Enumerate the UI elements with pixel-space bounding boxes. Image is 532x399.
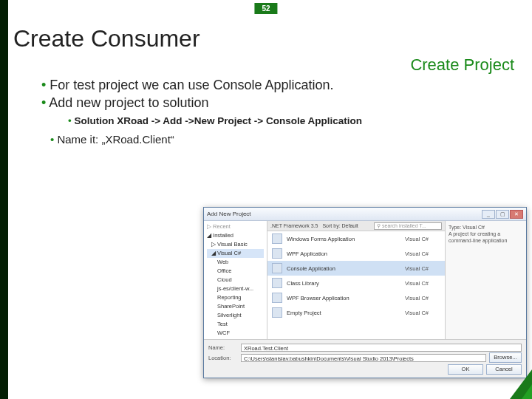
tree-cloud[interactable]: Cloud (207, 276, 264, 284)
wpf-icon (272, 248, 282, 259)
minimize-button[interactable]: _ (482, 210, 495, 219)
template-lang: Visual C# (405, 250, 440, 257)
tree-test[interactable]: Test (207, 320, 264, 329)
name-label: Name: (208, 344, 238, 351)
tree-visual-basic[interactable]: ▷ Visual Basic (207, 240, 264, 249)
tree-recent[interactable]: ▷ Recent (207, 222, 264, 231)
template-label: WPF Application (287, 250, 400, 257)
tree-jsws[interactable]: js-es/client-w... (207, 284, 264, 293)
browse-button[interactable]: Browse... (489, 352, 522, 363)
template-lang: Visual C# (405, 280, 440, 287)
template-label: WPF Browser Application (287, 295, 400, 301)
empty-icon (272, 307, 282, 318)
template-lang: Visual C# (405, 295, 440, 301)
name-field[interactable]: XRoad.Test.Client (241, 344, 522, 352)
tree-wcf[interactable]: WCF (207, 329, 264, 338)
ok-button[interactable]: OK (448, 364, 483, 375)
sort-dropdown[interactable]: Sort by: Default (322, 223, 358, 228)
add-new-project-dialog: Add New Project _ ▢ ✕ ▷ Recent ◢ Install… (203, 207, 527, 378)
winforms-icon (272, 233, 282, 244)
cancel-button[interactable]: Cancel (486, 364, 522, 375)
description-pane: Type: Visual C# A project for creating a… (445, 221, 526, 339)
slide-number-badge: 52 (254, 3, 277, 14)
dialog-title-text: Add New Project (207, 211, 481, 217)
template-lang: Visual C# (405, 236, 440, 242)
category-tree[interactable]: ▷ Recent ◢ Installed ▷ Visual Basic ◢ Vi… (204, 221, 267, 339)
sub-bullet-path: Solution XRoad -> Add ->New Project -> C… (68, 112, 519, 130)
tree-reporting[interactable]: Reporting (207, 293, 264, 302)
classlib-icon (272, 278, 282, 288)
tree-silverlight[interactable]: Silverlight (207, 311, 264, 320)
maximize-button[interactable]: ▢ (496, 210, 509, 219)
template-label: Windows Forms Application (287, 236, 400, 242)
template-row-classlib[interactable]: Class Library Visual C# (267, 276, 445, 290)
template-lang: Visual C# (405, 265, 440, 272)
search-placeholder: search installed T... (382, 223, 426, 228)
template-row-wpf[interactable]: WPF Application Visual C# (267, 246, 445, 261)
template-label: Console Application (287, 265, 400, 272)
bullet-3: Name it: „XRoad.Client“ (50, 130, 519, 149)
subtitle: Create Project (13, 55, 514, 75)
tree-sharepoint[interactable]: SharePoint (207, 302, 264, 311)
tree-office[interactable]: Office (207, 267, 264, 276)
wpfbrowser-icon (272, 293, 282, 303)
template-row-winforms[interactable]: Windows Forms Application Visual C# (267, 231, 445, 246)
template-row-console[interactable]: Console Application Visual C# (267, 261, 445, 276)
location-label: Location: (208, 355, 238, 361)
console-icon (272, 263, 282, 273)
close-button[interactable]: ✕ (510, 210, 523, 219)
location-field[interactable]: C:\Users\stanislav.babushkin\Documents\V… (241, 354, 486, 362)
search-icon: ⚲ (377, 223, 381, 229)
tree-installed[interactable]: ◢ Installed (207, 231, 264, 240)
svg-marker-1 (522, 384, 532, 399)
template-row-empty[interactable]: Empty Project Visual C# (267, 305, 445, 320)
page-title: Create Consumer (13, 25, 519, 52)
template-row-wpfbrowser[interactable]: WPF Browser Application Visual C# (267, 290, 445, 305)
bullet-1: For test project we can use Console Appl… (41, 76, 519, 94)
tree-web[interactable]: Web (207, 258, 264, 267)
template-list[interactable]: Windows Forms Application Visual C# WPF … (267, 231, 445, 339)
tree-online[interactable]: ▷ Online (207, 338, 264, 339)
framework-dropdown[interactable]: .NET Framework 3.5 (270, 223, 318, 228)
template-lang: Visual C# (405, 310, 440, 316)
desc-text: A project for creating a command-line ap… (449, 231, 523, 244)
bullet-2: Add new project to solution (41, 94, 519, 112)
template-label: Class Library (287, 280, 400, 287)
template-toolbar: .NET Framework 3.5 Sort by: Default ⚲ se… (267, 221, 445, 231)
template-label: Empty Project (287, 310, 400, 316)
dialog-titlebar[interactable]: Add New Project _ ▢ ✕ (204, 208, 526, 221)
desc-type: Type: Visual C# (449, 224, 523, 231)
search-input[interactable]: ⚲ search installed T... (374, 222, 442, 230)
tree-visual-csharp[interactable]: ◢ Visual C# (207, 249, 264, 258)
